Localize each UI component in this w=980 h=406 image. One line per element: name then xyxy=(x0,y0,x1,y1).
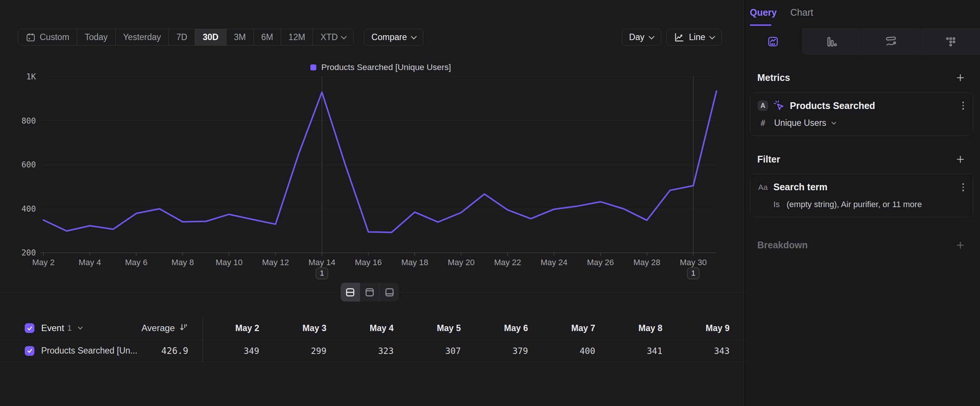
cell-value: 343 xyxy=(673,346,740,356)
date-column-header[interactable]: May 2 xyxy=(202,323,270,333)
aggregation-type-icon: # xyxy=(758,118,768,128)
metrics-section-header: Metrics xyxy=(757,72,965,83)
split-view-button[interactable] xyxy=(340,283,360,301)
chart-only-view-button[interactable] xyxy=(360,283,380,301)
y-axis-label: 200 xyxy=(21,248,36,257)
flows-icon xyxy=(885,36,897,48)
results-table: Event 1 Average May 2May 3May 4May 5May … xyxy=(0,317,743,362)
range-7d[interactable]: 7D xyxy=(169,29,195,45)
tab-query[interactable]: Query xyxy=(750,7,777,18)
x-axis-label: May 24 xyxy=(541,258,568,267)
range-xtd[interactable]: XTD xyxy=(313,29,353,45)
date-range-controls: CustomTodayYesterday7D30D3M6M12MXTD Comp… xyxy=(18,29,423,46)
average-column-header[interactable]: Average xyxy=(142,323,175,333)
date-column-header[interactable]: May 4 xyxy=(337,323,404,333)
table-only-view-button[interactable] xyxy=(380,283,399,301)
layout-switcher xyxy=(340,283,399,301)
x-axis-label: May 22 xyxy=(494,258,521,267)
metric-event-name[interactable]: Products Searched xyxy=(790,100,875,111)
date-column-header[interactable]: May 9 xyxy=(673,323,740,333)
breakdown-heading: Breakdown xyxy=(757,240,808,251)
date-column-header[interactable]: May 6 xyxy=(471,323,539,333)
x-axis-label: May 2 xyxy=(32,258,55,267)
add-filter-button[interactable] xyxy=(956,155,965,164)
chevron-down-icon xyxy=(411,33,417,39)
x-axis-label: May 18 xyxy=(401,258,428,267)
cell-value: 299 xyxy=(270,346,337,356)
granularity-button[interactable]: Day xyxy=(622,29,661,46)
annotation-count: 1 xyxy=(320,269,324,277)
average-value: 426.9 xyxy=(161,346,188,356)
add-metric-button[interactable] xyxy=(956,73,965,83)
filter-card[interactable]: Aa Search term Is (empty string), Air pu… xyxy=(750,174,973,217)
range-3m[interactable]: 3M xyxy=(226,29,254,45)
pointer-sparkle-icon xyxy=(773,100,784,111)
chart-display-controls: Day Line xyxy=(622,29,722,46)
sort-descending-icon[interactable] xyxy=(179,323,188,333)
granularity-label: Day xyxy=(629,32,644,42)
tab-chart[interactable]: Chart xyxy=(790,7,813,18)
date-column-header[interactable]: May 8 xyxy=(606,323,673,333)
filter-property-name[interactable]: Search term xyxy=(773,182,828,193)
kebab-menu-icon[interactable] xyxy=(961,182,966,193)
kebab-menu-icon[interactable] xyxy=(961,100,966,111)
date-column-header[interactable]: May 7 xyxy=(539,323,606,333)
chevron-down-icon xyxy=(831,120,836,125)
x-axis-label: May 8 xyxy=(172,258,194,267)
filter-section-header: Filter xyxy=(757,154,965,165)
report-tab-flows[interactable] xyxy=(861,28,921,55)
retention-icon xyxy=(945,36,956,48)
panel-tabs: Query Chart xyxy=(744,0,980,28)
cell-value: 349 xyxy=(202,346,270,356)
main-area: CustomTodayYesterday7D30D3M6M12MXTD Comp… xyxy=(0,0,743,406)
x-axis-label: May 16 xyxy=(355,258,382,267)
table-header-row: Event 1 Average May 2May 3May 4May 5May … xyxy=(0,317,743,340)
filter-operator[interactable]: Is xyxy=(773,200,780,209)
x-axis-label: May 10 xyxy=(216,258,243,267)
range-yesterday[interactable]: Yesterday xyxy=(116,29,169,45)
cell-value: 400 xyxy=(539,346,606,356)
select-all-checkbox[interactable] xyxy=(25,323,35,333)
report-type-tabs xyxy=(744,28,980,55)
annotation-count: 1 xyxy=(691,269,695,277)
chart-type-button[interactable]: Line xyxy=(666,29,722,46)
x-axis-label: May 26 xyxy=(587,258,614,267)
trend-line[interactable] xyxy=(43,91,716,232)
range-12m[interactable]: 12M xyxy=(281,29,313,45)
range-today[interactable]: Today xyxy=(77,29,115,45)
active-tab-underline xyxy=(750,24,772,26)
chart-toolbar: CustomTodayYesterday7D30D3M6M12MXTD Comp… xyxy=(18,29,722,46)
report-tab-bar-chart[interactable] xyxy=(802,28,861,55)
compare-label: Compare xyxy=(371,32,407,42)
aggregation-selector[interactable]: Unique Users xyxy=(774,118,826,128)
row-checkbox[interactable] xyxy=(25,346,35,356)
event-column-header[interactable]: Event xyxy=(41,323,64,333)
report-tab-insights[interactable] xyxy=(744,28,802,55)
date-column-header[interactable]: May 3 xyxy=(270,323,337,333)
report-tab-retention[interactable] xyxy=(921,28,980,55)
date-column-header[interactable]: May 5 xyxy=(404,323,472,333)
cell-value: 341 xyxy=(606,346,673,356)
y-axis-label: 1K xyxy=(26,72,36,81)
string-property-icon: Aa xyxy=(758,183,768,192)
metric-card[interactable]: A Products Searched # Unique Users xyxy=(750,92,973,136)
query-panel: Query Chart Metrics A Products Searched xyxy=(743,0,980,406)
date-column-headers: May 2May 3May 4May 5May 6May 7May 8May 9 xyxy=(202,323,740,333)
chart-type-label: Line xyxy=(689,32,705,42)
range-30d[interactable]: 30D xyxy=(195,29,226,45)
series-name: Products Searched [Un... xyxy=(41,346,137,356)
table-row[interactable]: Products Searched [Un... 426.9 349299323… xyxy=(0,340,743,362)
x-axis-label: May 6 xyxy=(125,258,148,267)
range-custom[interactable]: Custom xyxy=(18,29,77,45)
add-breakdown-button[interactable] xyxy=(956,240,965,250)
trend-chart[interactable]: 2004006008001KMay 2May 4May 6May 8May 10… xyxy=(0,49,743,282)
range-6m[interactable]: 6M xyxy=(254,29,281,45)
filter-values[interactable]: (empty string), Air purifier, or 11 more xyxy=(786,200,922,209)
compare-button[interactable]: Compare xyxy=(364,29,423,46)
date-values: 349299323307379400341343 xyxy=(202,346,740,356)
y-axis-label: 600 xyxy=(21,160,36,169)
insights-icon xyxy=(767,36,779,48)
filter-heading: Filter xyxy=(757,154,780,165)
x-axis-label: May 14 xyxy=(309,258,336,267)
chevron-down-icon[interactable] xyxy=(78,325,83,330)
